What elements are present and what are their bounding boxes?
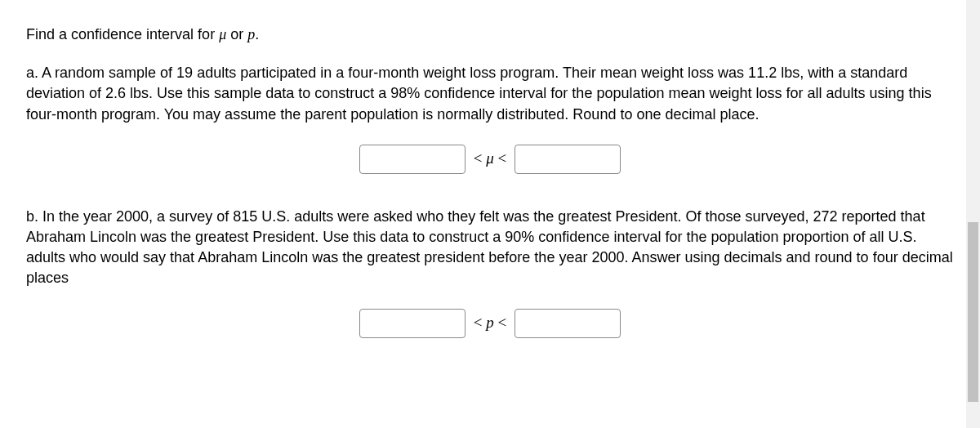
question-b-block: b. In the year 2000, a survey of 815 U.S… [26, 207, 954, 338]
lower-bound-input-a[interactable] [359, 145, 466, 174]
lt1-a: < [474, 149, 483, 167]
intro-text: Find a confidence interval for μ or p. [26, 25, 954, 45]
question-a-block: a. A random sample of 19 adults particip… [26, 63, 954, 174]
question-a-text: a. A random sample of 19 adults particip… [26, 63, 954, 125]
intro-prefix: Find a confidence interval for [26, 26, 219, 42]
scrollbar-thumb[interactable] [968, 222, 978, 402]
answer-row-b: < p < [26, 309, 954, 338]
scrollbar-track[interactable] [966, 0, 980, 428]
mu-symbol-a: μ [486, 149, 494, 167]
inequality-a: < μ < [474, 148, 506, 170]
upper-bound-input-a[interactable] [514, 145, 621, 174]
lt1-b: < [474, 314, 483, 331]
p-symbol-b: p [486, 314, 494, 331]
question-b-text: b. In the year 2000, a survey of 815 U.S… [26, 207, 954, 289]
lt2-b: < [498, 314, 507, 331]
p-var: p [247, 26, 255, 42]
mu-var: μ [219, 26, 226, 42]
lt2-a: < [498, 149, 507, 167]
inequality-b: < p < [474, 312, 506, 334]
upper-bound-input-b[interactable] [514, 309, 621, 338]
answer-row-a: < μ < [26, 145, 954, 174]
lower-bound-input-b[interactable] [359, 309, 466, 338]
intro-suffix: . [255, 26, 259, 42]
intro-mid: or [226, 26, 247, 42]
